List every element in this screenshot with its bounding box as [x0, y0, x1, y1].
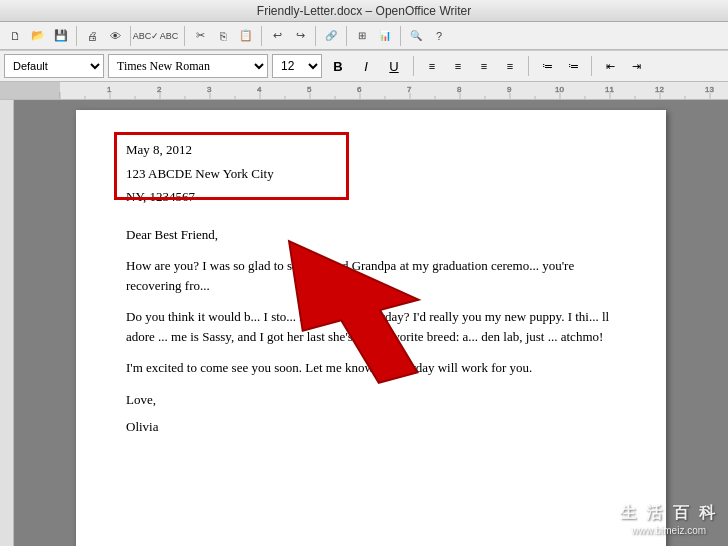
title-bar-text: Friendly-Letter.docx – OpenOffice Writer — [257, 4, 471, 18]
svg-text:3: 3 — [207, 85, 212, 94]
sep4 — [261, 26, 262, 46]
new-icon[interactable]: 🗋 — [4, 25, 26, 47]
style-select[interactable]: Default — [4, 54, 104, 78]
letter-date: May 8, 2012 — [126, 140, 616, 160]
spellcheck2-icon[interactable]: ABC — [158, 25, 180, 47]
letter-address2: NY, 1234567 — [126, 187, 616, 207]
redo-icon[interactable]: ↪ — [289, 25, 311, 47]
paste-icon[interactable]: 📋 — [235, 25, 257, 47]
svg-rect-42 — [0, 102, 14, 522]
svg-text:8: 8 — [457, 85, 462, 94]
sep8 — [413, 56, 414, 76]
spellcheck-icon[interactable]: ABC✓ — [135, 25, 157, 47]
toolbar-row1: 🗋 📂 💾 🖨 👁 ABC✓ ABC ✂ ⎘ 📋 ↩ ↪ 🔗 ⊞ 📊 🔍 ? — [0, 22, 728, 50]
svg-rect-0 — [0, 82, 60, 100]
table-icon[interactable]: ⊞ — [351, 25, 373, 47]
cut-icon[interactable]: ✂ — [189, 25, 211, 47]
save-icon[interactable]: 💾 — [50, 25, 72, 47]
left-panel — [0, 100, 14, 546]
letter-closing: Love, — [126, 390, 616, 410]
print-icon[interactable]: 🖨 — [81, 25, 103, 47]
sep5 — [315, 26, 316, 46]
watermark-url: www.bimeiz.com — [620, 524, 718, 538]
italic-button[interactable]: I — [354, 54, 378, 78]
list-bullet-button[interactable]: ≔ — [536, 55, 558, 77]
document-page: May 8, 2012 123 ABCDE New York City NY, … — [76, 110, 666, 546]
sep7 — [400, 26, 401, 46]
sep2 — [130, 26, 131, 46]
watermark: 生 活 百 科 www.bimeiz.com — [620, 502, 718, 538]
sep3 — [184, 26, 185, 46]
svg-text:4: 4 — [257, 85, 262, 94]
bold-button[interactable]: B — [326, 54, 350, 78]
watermark-chinese: 生 活 百 科 — [620, 502, 718, 524]
letter-salutation: Dear Best Friend, — [126, 225, 616, 245]
svg-text:11: 11 — [605, 85, 614, 94]
open-icon[interactable]: 📂 — [27, 25, 49, 47]
decrease-indent-button[interactable]: ⇤ — [599, 55, 621, 77]
sep6 — [346, 26, 347, 46]
undo-icon[interactable]: ↩ — [266, 25, 288, 47]
list-number-button[interactable]: ≔ — [562, 55, 584, 77]
letter-signature: Olivia — [126, 417, 616, 437]
help-icon[interactable]: ? — [428, 25, 450, 47]
svg-text:7: 7 — [407, 85, 412, 94]
letter-address1: 123 ABCDE New York City — [126, 164, 616, 184]
align-justify-button[interactable]: ≡ — [499, 55, 521, 77]
sep9 — [528, 56, 529, 76]
svg-text:10: 10 — [555, 85, 564, 94]
svg-text:5: 5 — [307, 85, 312, 94]
svg-text:9: 9 — [507, 85, 512, 94]
chart-icon[interactable]: 📊 — [374, 25, 396, 47]
preview-icon[interactable]: 👁 — [104, 25, 126, 47]
align-center-button[interactable]: ≡ — [447, 55, 469, 77]
font-select[interactable]: Times New Roman — [108, 54, 268, 78]
letter-para2: Do you think it would b... I sto... isit… — [126, 307, 616, 346]
title-bar: Friendly-Letter.docx – OpenOffice Writer — [0, 0, 728, 22]
document-area: May 8, 2012 123 ABCDE New York City NY, … — [14, 100, 728, 546]
toolbar-row2: Default Times New Roman 12 B I U ≡ ≡ ≡ ≡… — [0, 50, 728, 82]
copy-icon[interactable]: ⎘ — [212, 25, 234, 47]
letter-para3: I'm excited to come see you soon. Let me… — [126, 358, 616, 378]
letter-para1: How are you? I was so glad to see you an… — [126, 256, 616, 295]
hyperlink-icon[interactable]: 🔗 — [320, 25, 342, 47]
zoom-in-icon[interactable]: 🔍 — [405, 25, 427, 47]
letter-body: How are you? I was so glad to see you an… — [126, 256, 616, 378]
ruler: 1 2 3 4 5 6 7 8 9 10 11 12 13 — [0, 82, 728, 100]
font-size-select[interactable]: 12 — [272, 54, 322, 78]
main-area: May 8, 2012 123 ABCDE New York City NY, … — [0, 100, 728, 546]
sep1 — [76, 26, 77, 46]
sep10 — [591, 56, 592, 76]
align-left-button[interactable]: ≡ — [421, 55, 443, 77]
svg-text:1: 1 — [107, 85, 112, 94]
svg-text:2: 2 — [157, 85, 162, 94]
svg-text:12: 12 — [655, 85, 664, 94]
underline-button[interactable]: U — [382, 54, 406, 78]
svg-text:13: 13 — [705, 85, 714, 94]
increase-indent-button[interactable]: ⇥ — [625, 55, 647, 77]
align-right-button[interactable]: ≡ — [473, 55, 495, 77]
svg-text:6: 6 — [357, 85, 362, 94]
